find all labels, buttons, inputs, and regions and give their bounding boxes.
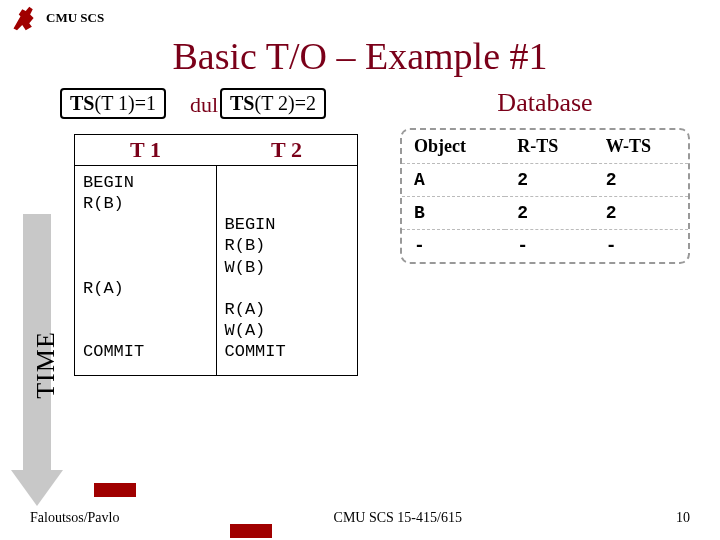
op-line: W(A): [225, 320, 350, 341]
db-cell: A: [402, 164, 505, 197]
time-label: TIME: [31, 331, 61, 399]
ts1-box: TS(T 1)=1: [60, 88, 166, 119]
db-cell: -: [594, 230, 688, 262]
database-table: ObjectR-TSW-TS A22B22---: [400, 128, 690, 264]
op-line: R(B): [83, 193, 208, 214]
database-title: Database: [400, 88, 690, 118]
ts2-box: TS(T 2)=2: [220, 88, 326, 119]
op-line: [225, 278, 350, 299]
col-header-t1: T 1: [75, 135, 216, 165]
op-line: R(A): [83, 278, 208, 299]
db-cell: -: [505, 230, 593, 262]
table-row: B22: [402, 197, 688, 230]
header: CMU SCS: [0, 0, 720, 32]
db-cell: 2: [594, 197, 688, 230]
footer-left: Faloutsos/Pavlo: [30, 510, 119, 526]
op-line: [225, 193, 350, 214]
op-line: BEGIN: [225, 214, 350, 235]
course-code: CMU SCS: [46, 10, 104, 26]
db-cell: -: [402, 230, 505, 262]
db-header-cell: W-TS: [594, 130, 688, 164]
op-line: [83, 257, 208, 278]
schedule-col-t2: BEGINR(B)W(B)R(A)W(A)COMMIT: [217, 166, 358, 375]
schedule-col-t1: BEGINR(B)R(A)COMMIT: [75, 166, 217, 375]
op-line: [225, 172, 350, 193]
op-line: R(B): [225, 235, 350, 256]
op-line: [83, 236, 208, 257]
op-line: COMMIT: [225, 341, 350, 362]
op-line: W(B): [225, 257, 350, 278]
footer-right: 10: [676, 510, 690, 526]
schedule-table: T 1 T 2 BEGINR(B)R(A)COMMIT BEGINR(B)W(B…: [74, 134, 358, 376]
col-header-t2: T 2: [216, 135, 357, 165]
db-header-cell: Object: [402, 130, 505, 164]
time-arrow-icon: TIME: [14, 214, 60, 514]
page-title: Basic T/O – Example #1: [0, 34, 720, 78]
op-line: [83, 320, 208, 341]
op-line: COMMIT: [83, 341, 208, 362]
db-cell: 2: [505, 164, 593, 197]
db-cell: 2: [505, 197, 593, 230]
db-cell: 2: [594, 164, 688, 197]
op-line: R(A): [225, 299, 350, 320]
op-line: [83, 299, 208, 320]
schedule-label-fragment: dul: [190, 92, 218, 118]
op-line: [83, 215, 208, 236]
table-row: ---: [402, 230, 688, 262]
cmu-logo-icon: [10, 4, 38, 32]
schedule-block: dul TS(T 1)=1 TS(T 2)=2 T 1 T 2 BEGINR(B…: [60, 88, 370, 376]
table-row: A22: [402, 164, 688, 197]
db-header-cell: R-TS: [505, 130, 593, 164]
db-cell: B: [402, 197, 505, 230]
op-line: BEGIN: [83, 172, 208, 193]
footer: Faloutsos/Pavlo CMU SCS 15-415/615 10: [0, 510, 720, 526]
database-block: Database ObjectR-TSW-TS A22B22---: [400, 88, 690, 264]
footer-center: CMU SCS 15-415/615: [334, 510, 462, 526]
